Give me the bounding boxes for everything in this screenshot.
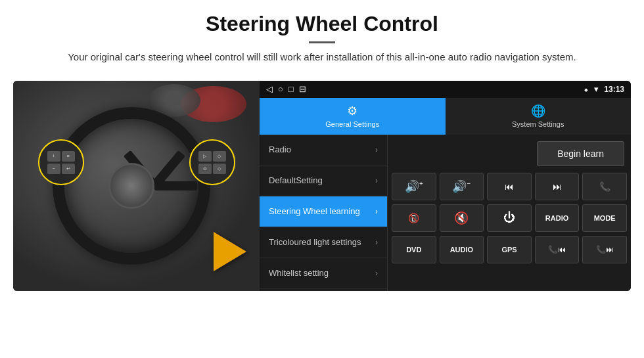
controls-row-2: 📵 🔇 ⏻ RADIO MODE bbox=[392, 204, 627, 232]
gear-icon: ⚙ bbox=[347, 104, 357, 118]
header-divider bbox=[309, 41, 335, 43]
menu-light-label: Tricoloured light settings bbox=[269, 237, 361, 247]
mode-label: MODE bbox=[594, 214, 616, 222]
menu-light-arrow: › bbox=[375, 238, 378, 247]
power-icon: ⏻ bbox=[503, 211, 515, 225]
right-controls-highlight: ▷ ◇ ⊙ ◇ bbox=[189, 139, 235, 185]
page-header: Steering Wheel Control Your original car… bbox=[0, 0, 644, 72]
vol-down-cell[interactable]: 🔊− bbox=[440, 173, 484, 200]
settings-body: Radio › DefaultSetting › Steering Wheel … bbox=[260, 135, 631, 291]
audio-cell[interactable]: AUDIO bbox=[440, 236, 484, 263]
source-btn: ⊙ bbox=[198, 164, 212, 174]
menu-item-light[interactable]: Tricoloured light settings › bbox=[260, 227, 387, 258]
vol-up-btn: + bbox=[47, 151, 60, 162]
phone-next-icon: 📞⏭ bbox=[596, 245, 614, 254]
steering-wheel-image: + ≡ − ↩ ▷ ◇ ⊙ ◇ bbox=[13, 81, 260, 291]
next-track-cell[interactable]: ⏭ bbox=[535, 173, 580, 200]
prev-track-cell[interactable]: ⏮ bbox=[487, 173, 532, 200]
controls-row-1: 🔊+ 🔊− ⏮ ⏭ 📞 bbox=[392, 173, 627, 200]
gps-label: GPS bbox=[501, 246, 517, 254]
menu-default-arrow: › bbox=[375, 176, 378, 185]
clock: 13:13 bbox=[604, 85, 624, 94]
left-controls-highlight: + ≡ − ↩ bbox=[38, 139, 84, 185]
globe-icon: 🌐 bbox=[531, 104, 545, 118]
audio-label: AUDIO bbox=[450, 246, 473, 254]
phone-prev-icon: 📞⏮ bbox=[548, 245, 566, 254]
begin-learn-row: Begin learn bbox=[392, 139, 627, 169]
location-icon: ⬥ bbox=[584, 84, 589, 94]
wifi-icon: ▾ bbox=[594, 84, 599, 94]
mute-cell[interactable]: 🔇 bbox=[440, 204, 484, 232]
phone-btn: ↩ bbox=[62, 164, 75, 174]
vol-up-cell[interactable]: 🔊+ bbox=[392, 173, 436, 200]
up-btn: ◇ bbox=[213, 151, 226, 162]
phone-call-icon: 📞 bbox=[599, 181, 610, 192]
settings-tabs: ⚙ General Settings 🌐 System Settings bbox=[260, 98, 631, 135]
phone-next-cell[interactable]: 📞⏭ bbox=[582, 236, 627, 263]
mode-cell[interactable]: MODE bbox=[582, 204, 627, 232]
phone-call-cell[interactable]: 📞 bbox=[582, 173, 627, 200]
nav-icons: ◁ ○ □ ⊟ bbox=[266, 84, 306, 94]
page-title: Steering Wheel Control bbox=[39, 12, 605, 36]
power-cell[interactable]: ⏻ bbox=[487, 204, 532, 232]
tab-general-label: General Settings bbox=[325, 120, 379, 128]
steering-wheel bbox=[53, 107, 210, 265]
menu-whitelist-arrow: › bbox=[375, 269, 378, 278]
arrow-indicator bbox=[214, 232, 246, 271]
gps-cell[interactable]: GPS bbox=[487, 236, 532, 263]
dvd-cell[interactable]: DVD bbox=[392, 236, 436, 263]
phone-end-cell[interactable]: 📵 bbox=[392, 204, 436, 232]
menu-whitelist-label: Whitelist setting bbox=[269, 268, 329, 278]
status-bar: ◁ ○ □ ⊟ ⬥ ▾ 13:13 bbox=[260, 81, 631, 98]
menu-item-steering[interactable]: Steering Wheel learning › bbox=[260, 196, 387, 227]
main-content: + ≡ − ↩ ▷ ◇ ⊙ ◇ bbox=[13, 81, 631, 291]
menu-steering-arrow: › bbox=[375, 207, 378, 216]
menu-radio-label: Radio bbox=[269, 145, 291, 154]
phone-end-icon: 📵 bbox=[408, 213, 419, 223]
menu-item-default[interactable]: DefaultSetting › bbox=[260, 166, 387, 196]
vol-down-btn: − bbox=[47, 164, 60, 174]
next-track-icon: ⏭ bbox=[553, 181, 562, 192]
left-menu: Radio › DefaultSetting › Steering Wheel … bbox=[260, 135, 388, 291]
phone-prev-cell[interactable]: 📞⏮ bbox=[535, 236, 580, 263]
menu-steering-label: Steering Wheel learning bbox=[269, 206, 360, 216]
back-icon: ◁ bbox=[266, 84, 273, 94]
mode-btn: ≡ bbox=[62, 151, 75, 162]
right-btn: ◇ bbox=[213, 164, 226, 174]
dvd-label: DVD bbox=[406, 246, 421, 254]
right-panel: Begin learn 🔊+ 🔊− ⏮ bbox=[388, 135, 631, 291]
radio-cell[interactable]: RADIO bbox=[535, 204, 580, 232]
menu-item-whitelist[interactable]: Whitelist setting › bbox=[260, 258, 387, 289]
status-right-icons: ⬥ ▾ 13:13 bbox=[584, 84, 624, 94]
vol-up-icon: 🔊+ bbox=[405, 179, 423, 194]
menu-radio-arrow: › bbox=[375, 145, 378, 154]
page-container: Steering Wheel Control Your original car… bbox=[0, 0, 644, 291]
recents-icon: □ bbox=[288, 84, 294, 94]
menu-icon: ⊟ bbox=[299, 84, 306, 94]
tab-system-label: System Settings bbox=[512, 120, 564, 128]
home-icon: ○ bbox=[278, 84, 283, 94]
head-unit-panel: ◁ ○ □ ⊟ ⬥ ▾ 13:13 ⚙ General Settings bbox=[260, 81, 631, 291]
next-btn: ▷ bbox=[198, 151, 212, 162]
header-subtitle: Your original car's steering wheel contr… bbox=[66, 50, 578, 65]
mute-icon: 🔇 bbox=[454, 211, 469, 225]
begin-learn-button[interactable]: Begin learn bbox=[537, 141, 624, 166]
menu-default-label: DefaultSetting bbox=[269, 175, 323, 185]
radio-label: RADIO bbox=[545, 214, 568, 222]
controls-row-3: DVD AUDIO GPS 📞⏮ 📞⏭ bbox=[392, 236, 627, 263]
menu-item-radio[interactable]: Radio › bbox=[260, 135, 387, 166]
tab-system-settings[interactable]: 🌐 System Settings bbox=[446, 98, 632, 135]
vol-down-icon: 🔊− bbox=[452, 179, 471, 194]
tab-general-settings[interactable]: ⚙ General Settings bbox=[260, 98, 446, 135]
prev-track-icon: ⏮ bbox=[505, 181, 514, 192]
